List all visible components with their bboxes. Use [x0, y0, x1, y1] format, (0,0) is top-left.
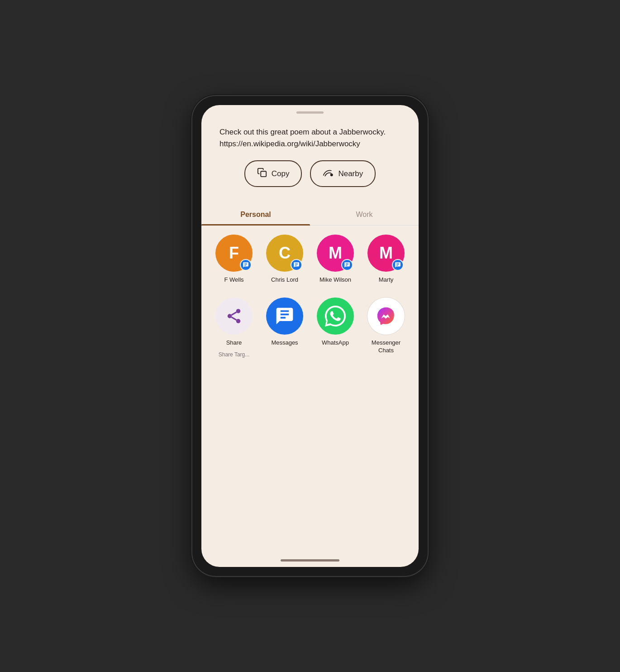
contacts-row: F F Wells C Chris Lord — [209, 235, 411, 284]
avatar-f-wells: F — [215, 235, 253, 272]
contact-name-marty: Marty — [379, 276, 394, 284]
home-indicator — [281, 559, 339, 562]
svg-rect-0 — [261, 171, 266, 177]
app-share[interactable]: Share Share Targ... — [211, 298, 257, 358]
contact-marty[interactable]: M Marty — [363, 235, 409, 284]
app-name-messenger: Messenger Chats — [363, 339, 409, 355]
apps-grid: F F Wells C Chris Lord — [201, 226, 419, 556]
avatar-chris-lord: C — [266, 235, 303, 272]
whatsapp-icon-bg — [317, 298, 354, 335]
app-messages[interactable]: Messages — [262, 298, 307, 358]
share-content: Check out this great poem about a Jabber… — [201, 114, 419, 200]
nearby-button[interactable]: Nearby — [310, 160, 376, 187]
app-subname-share: Share Targ... — [219, 351, 249, 358]
tab-work[interactable]: Work — [310, 204, 419, 225]
svg-point-4 — [236, 319, 241, 323]
tab-personal[interactable]: Personal — [201, 204, 310, 225]
svg-line-6 — [232, 312, 237, 315]
avatar-mike-wilson: M — [317, 235, 354, 272]
nearby-icon — [323, 168, 334, 180]
avatar-marty: M — [367, 235, 405, 272]
share-text: Check out this great poem about a Jabber… — [219, 126, 401, 149]
messages-badge-f-wells — [240, 259, 252, 271]
app-name-whatsapp: WhatsApp — [322, 339, 349, 347]
messages-icon-bg — [266, 298, 303, 335]
app-name-messages: Messages — [271, 339, 298, 347]
app-messenger[interactable]: Messenger Chats — [363, 298, 409, 358]
action-buttons: Copy Nearby — [219, 160, 401, 187]
svg-point-1 — [331, 174, 333, 176]
share-icon-bg — [215, 298, 253, 335]
contact-chris-lord[interactable]: C Chris Lord — [262, 235, 307, 284]
phone-screen: Check out this great poem about a Jabber… — [201, 105, 419, 567]
svg-point-2 — [236, 309, 241, 313]
contact-mike-wilson[interactable]: M Mike Wilson — [313, 235, 358, 284]
contact-name-chris-lord: Chris Lord — [271, 276, 298, 284]
messenger-icon-bg — [367, 298, 405, 335]
app-whatsapp[interactable]: WhatsApp — [313, 298, 358, 358]
copy-icon — [257, 168, 267, 180]
apps-row: Share Share Targ... Messages — [209, 298, 411, 358]
messages-badge-marty — [392, 259, 404, 271]
messages-badge-chris-lord — [291, 259, 302, 271]
copy-button[interactable]: Copy — [244, 160, 302, 187]
messages-badge-mike-wilson — [341, 259, 353, 271]
phone-frame: Check out this great poem about a Jabber… — [192, 96, 428, 576]
svg-line-5 — [232, 317, 237, 320]
contact-name-f-wells: F Wells — [224, 276, 243, 284]
nearby-label: Nearby — [338, 169, 363, 178]
copy-label: Copy — [272, 169, 290, 178]
tabs: Personal Work — [201, 204, 419, 226]
svg-point-3 — [228, 314, 232, 318]
app-name-share: Share — [226, 339, 242, 347]
contact-name-mike-wilson: Mike Wilson — [320, 276, 351, 284]
contact-f-wells[interactable]: F F Wells — [211, 235, 257, 284]
